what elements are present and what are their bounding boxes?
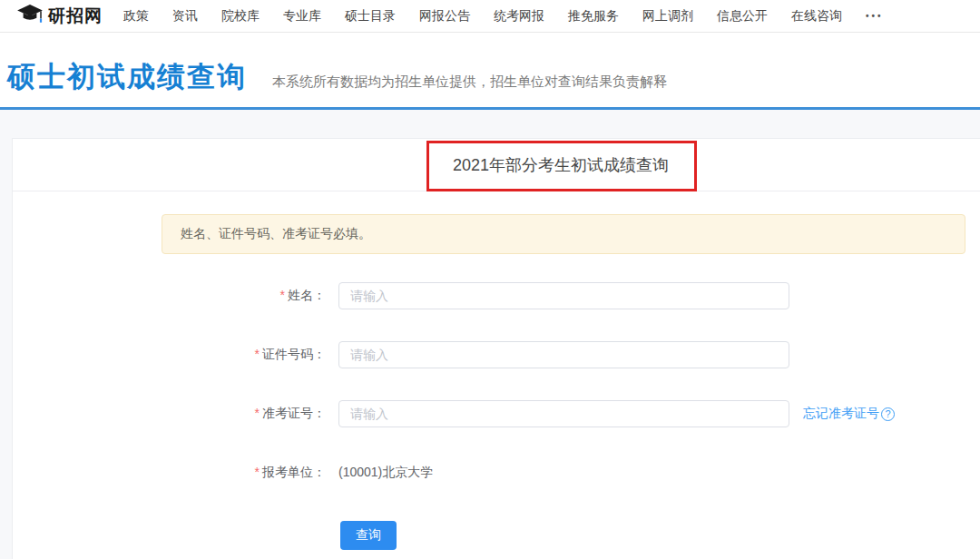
form-row-unit: *报考单位： (10001)北京大学: [13, 459, 980, 486]
page-title: 硕士初试成绩查询: [7, 58, 247, 96]
graduation-cap-icon: [16, 4, 44, 29]
brand-logo[interactable]: 研招网: [16, 4, 111, 29]
top-nav: 研招网 政策 资讯 院校库 专业库 硕士目录 网报公告 统考网报 推免服务 网上…: [0, 0, 980, 33]
more-menu-icon[interactable]: •••: [866, 11, 884, 21]
page-subtitle: 本系统所有数据均为招生单位提供，招生单位对查询结果负责解释: [272, 74, 667, 91]
unit-label: *报考单位：: [13, 465, 326, 481]
required-mark: *: [280, 288, 285, 302]
nav-item-online-consult[interactable]: 在线咨询: [791, 8, 842, 25]
id-number-label: *证件号码：: [13, 347, 326, 363]
forgot-ticket-link[interactable]: 忘记准考证号 ?: [803, 406, 895, 422]
nav-item-unified-exam-report[interactable]: 统考网报: [494, 8, 544, 25]
ticket-number-input[interactable]: [338, 400, 789, 427]
form-row-id-number: *证件号码：: [13, 341, 980, 368]
page-header: 硕士初试成绩查询 本系统所有数据均为招生单位提供，招生单位对查询结果负责解释: [0, 33, 980, 107]
submit-row: 查询: [13, 521, 980, 550]
required-fields-notice: 姓名、证件号码、准考证号必填。: [162, 214, 965, 254]
required-mark: *: [255, 406, 260, 420]
nav-item-online-adjustment[interactable]: 网上调剂: [642, 8, 693, 25]
card-title: 2021年部分考生初试成绩查询: [453, 154, 669, 176]
name-input[interactable]: [338, 282, 789, 309]
question-mark-icon: ?: [881, 407, 895, 421]
nav-item-exemption-service[interactable]: 推免服务: [568, 8, 619, 25]
nav-menu: 政策 资讯 院校库 专业库 硕士目录 网报公告 统考网报 推免服务 网上调剂 信…: [123, 8, 884, 25]
required-mark: *: [255, 347, 260, 361]
content-area: 2021年部分考生初试成绩查询 姓名、证件号码、准考证号必填。 *姓名： *证件…: [0, 110, 980, 559]
ticket-number-label: *准考证号：: [13, 406, 326, 422]
nav-item-info-disclosure[interactable]: 信息公开: [717, 8, 768, 25]
query-form: 姓名、证件号码、准考证号必填。 *姓名： *证件号码： *准考证号： 忘记: [13, 191, 980, 550]
card-header: 2021年部分考生初试成绩查询: [13, 139, 980, 191]
nav-item-master-catalog[interactable]: 硕士目录: [345, 8, 396, 25]
unit-value: (10001)北京大学: [338, 465, 433, 481]
form-row-ticket-number: *准考证号： 忘记准考证号 ?: [13, 400, 980, 427]
brand-name: 研招网: [48, 5, 103, 28]
required-mark: *: [255, 465, 260, 479]
nav-item-policy[interactable]: 政策: [123, 8, 149, 25]
nav-item-college-library[interactable]: 院校库: [221, 8, 260, 25]
form-row-name: *姓名：: [13, 282, 980, 309]
nav-item-online-report-notice[interactable]: 网报公告: [419, 8, 470, 25]
query-card: 2021年部分考生初试成绩查询 姓名、证件号码、准考证号必填。 *姓名： *证件…: [12, 138, 980, 559]
nav-item-major-library[interactable]: 专业库: [283, 8, 321, 25]
name-label: *姓名：: [13, 288, 326, 304]
forgot-ticket-label: 忘记准考证号: [803, 406, 879, 422]
nav-item-news[interactable]: 资讯: [172, 8, 198, 25]
id-number-input[interactable]: [338, 341, 789, 368]
query-button[interactable]: 查询: [340, 521, 397, 550]
